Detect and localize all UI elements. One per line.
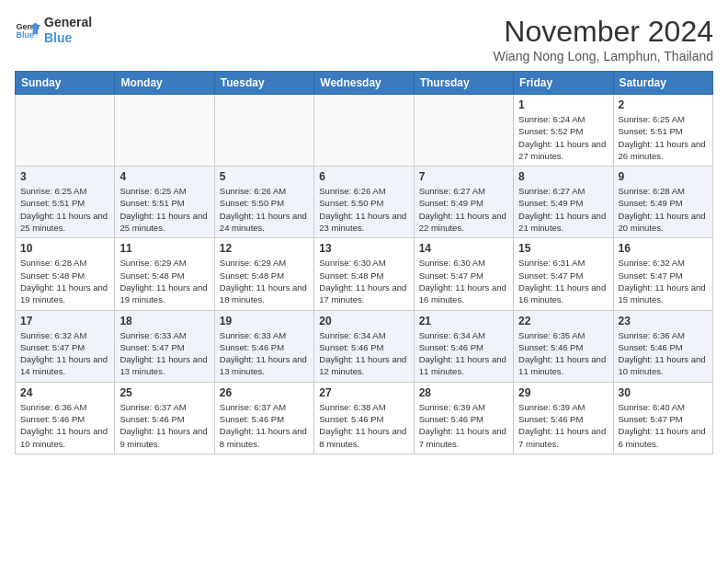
logo-icon: General Blue — [15, 17, 40, 43]
title-block: November 2024 Wiang Nong Long, Lamphun, … — [494, 15, 713, 63]
logo-text-general: General — [44, 15, 92, 30]
day-info: Sunrise: 6:37 AMSunset: 5:46 PMDaylight:… — [220, 401, 309, 450]
day-number: 29 — [518, 386, 608, 399]
day-number: 20 — [319, 315, 408, 327]
day-cell-9: 9 Sunrise: 6:28 AMSunset: 5:49 PMDayligh… — [613, 167, 712, 238]
day-cell-4: 4 Sunrise: 6:25 AMSunset: 5:51 PMDayligh… — [115, 167, 214, 238]
day-number: 1 — [518, 98, 608, 111]
day-number: 28 — [419, 386, 508, 399]
day-cell-21: 21 Sunrise: 6:34 AMSunset: 5:46 PMDaylig… — [414, 310, 513, 382]
day-cell-6: 6 Sunrise: 6:26 AMSunset: 5:50 PMDayligh… — [314, 167, 414, 238]
day-cell-29: 29 Sunrise: 6:39 AMSunset: 5:46 PMDaylig… — [514, 382, 613, 454]
calendar-week-4: 17 Sunrise: 6:32 AMSunset: 5:47 PMDaylig… — [16, 310, 713, 382]
empty-cell — [214, 95, 313, 167]
day-info: Sunrise: 6:32 AMSunset: 5:47 PMDaylight:… — [20, 329, 109, 378]
day-info: Sunrise: 6:37 AMSunset: 5:46 PMDaylight:… — [119, 401, 209, 450]
day-number: 11 — [119, 242, 209, 255]
day-number: 8 — [518, 170, 608, 183]
day-number: 14 — [419, 242, 508, 255]
day-info: Sunrise: 6:27 AMSunset: 5:49 PMDaylight:… — [518, 185, 608, 234]
day-number: 19 — [220, 315, 309, 327]
day-number: 2 — [619, 98, 708, 111]
day-cell-28: 28 Sunrise: 6:39 AMSunset: 5:46 PMDaylig… — [414, 382, 513, 454]
day-cell-3: 3 Sunrise: 6:25 AMSunset: 5:51 PMDayligh… — [16, 167, 115, 238]
logo-text-blue: Blue — [44, 30, 92, 46]
col-header-thursday: Thursday — [414, 72, 513, 95]
day-cell-14: 14 Sunrise: 6:30 AMSunset: 5:47 PMDaylig… — [414, 238, 513, 310]
day-info: Sunrise: 6:33 AMSunset: 5:47 PMDaylight:… — [119, 329, 209, 378]
page-header: General Blue General Blue November 2024 … — [15, 15, 713, 63]
day-cell-20: 20 Sunrise: 6:34 AMSunset: 5:46 PMDaylig… — [314, 310, 414, 382]
day-info: Sunrise: 6:29 AMSunset: 5:48 PMDaylight:… — [119, 257, 209, 305]
day-info: Sunrise: 6:25 AMSunset: 5:51 PMDaylight:… — [20, 185, 109, 234]
day-info: Sunrise: 6:30 AMSunset: 5:48 PMDaylight:… — [319, 257, 408, 305]
day-cell-23: 23 Sunrise: 6:36 AMSunset: 5:46 PMDaylig… — [613, 310, 712, 382]
calendar-week-2: 3 Sunrise: 6:25 AMSunset: 5:51 PMDayligh… — [16, 167, 713, 238]
day-info: Sunrise: 6:36 AMSunset: 5:46 PMDaylight:… — [619, 329, 708, 378]
day-cell-5: 5 Sunrise: 6:26 AMSunset: 5:50 PMDayligh… — [214, 167, 313, 238]
day-number: 27 — [319, 386, 408, 399]
calendar-week-3: 10 Sunrise: 6:28 AMSunset: 5:48 PMDaylig… — [16, 238, 713, 310]
empty-cell — [16, 95, 115, 167]
day-number: 21 — [419, 315, 508, 327]
location: Wiang Nong Long, Lamphun, Thailand — [494, 49, 713, 63]
day-cell-10: 10 Sunrise: 6:28 AMSunset: 5:48 PMDaylig… — [16, 238, 115, 310]
day-cell-30: 30 Sunrise: 6:40 AMSunset: 5:47 PMDaylig… — [613, 382, 712, 454]
day-info: Sunrise: 6:27 AMSunset: 5:49 PMDaylight:… — [419, 185, 508, 234]
day-number: 22 — [518, 315, 608, 327]
day-number: 9 — [619, 170, 708, 183]
day-number: 5 — [220, 170, 309, 183]
day-number: 25 — [119, 386, 209, 399]
day-info: Sunrise: 6:28 AMSunset: 5:49 PMDaylight:… — [619, 185, 708, 234]
day-info: Sunrise: 6:38 AMSunset: 5:46 PMDaylight:… — [319, 401, 408, 450]
col-header-monday: Monday — [115, 72, 214, 95]
col-header-friday: Friday — [514, 72, 613, 95]
day-number: 10 — [20, 242, 109, 255]
day-info: Sunrise: 6:39 AMSunset: 5:46 PMDaylight:… — [518, 401, 608, 450]
day-number: 7 — [419, 170, 508, 183]
day-cell-18: 18 Sunrise: 6:33 AMSunset: 5:47 PMDaylig… — [115, 310, 214, 382]
day-cell-15: 15 Sunrise: 6:31 AMSunset: 5:47 PMDaylig… — [514, 238, 613, 310]
calendar-table: SundayMondayTuesdayWednesdayThursdayFrid… — [15, 71, 713, 454]
empty-cell — [314, 95, 414, 167]
day-number: 24 — [20, 386, 109, 399]
empty-cell — [115, 95, 214, 167]
day-cell-7: 7 Sunrise: 6:27 AMSunset: 5:49 PMDayligh… — [414, 167, 513, 238]
col-header-wednesday: Wednesday — [314, 72, 414, 95]
day-info: Sunrise: 6:32 AMSunset: 5:47 PMDaylight:… — [619, 257, 708, 305]
day-cell-2: 2 Sunrise: 6:25 AMSunset: 5:51 PMDayligh… — [613, 95, 712, 167]
day-cell-12: 12 Sunrise: 6:29 AMSunset: 5:48 PMDaylig… — [214, 238, 313, 310]
day-info: Sunrise: 6:33 AMSunset: 5:46 PMDaylight:… — [220, 329, 309, 378]
day-info: Sunrise: 6:25 AMSunset: 5:51 PMDaylight:… — [619, 113, 708, 162]
day-cell-16: 16 Sunrise: 6:32 AMSunset: 5:47 PMDaylig… — [613, 238, 712, 310]
day-info: Sunrise: 6:34 AMSunset: 5:46 PMDaylight:… — [319, 329, 408, 378]
day-info: Sunrise: 6:26 AMSunset: 5:50 PMDaylight:… — [220, 185, 309, 234]
day-number: 18 — [119, 315, 209, 327]
day-cell-1: 1 Sunrise: 6:24 AMSunset: 5:52 PMDayligh… — [514, 95, 613, 167]
day-info: Sunrise: 6:25 AMSunset: 5:51 PMDaylight:… — [119, 185, 209, 234]
col-header-sunday: Sunday — [16, 72, 115, 95]
col-header-saturday: Saturday — [613, 72, 712, 95]
day-number: 26 — [220, 386, 309, 399]
calendar-week-5: 24 Sunrise: 6:36 AMSunset: 5:46 PMDaylig… — [16, 382, 713, 454]
svg-text:Blue: Blue — [16, 30, 34, 40]
calendar-header-row: SundayMondayTuesdayWednesdayThursdayFrid… — [16, 72, 713, 95]
day-number: 17 — [20, 315, 109, 327]
day-info: Sunrise: 6:29 AMSunset: 5:48 PMDaylight:… — [220, 257, 309, 305]
day-cell-26: 26 Sunrise: 6:37 AMSunset: 5:46 PMDaylig… — [214, 382, 313, 454]
day-info: Sunrise: 6:34 AMSunset: 5:46 PMDaylight:… — [419, 329, 508, 378]
day-number: 30 — [619, 386, 708, 399]
day-cell-19: 19 Sunrise: 6:33 AMSunset: 5:46 PMDaylig… — [214, 310, 313, 382]
day-number: 23 — [619, 315, 708, 327]
day-info: Sunrise: 6:24 AMSunset: 5:52 PMDaylight:… — [518, 113, 608, 162]
day-number: 6 — [319, 170, 408, 183]
month-title: November 2024 — [494, 15, 713, 49]
day-info: Sunrise: 6:36 AMSunset: 5:46 PMDaylight:… — [20, 401, 109, 450]
day-cell-27: 27 Sunrise: 6:38 AMSunset: 5:46 PMDaylig… — [314, 382, 414, 454]
day-info: Sunrise: 6:35 AMSunset: 5:46 PMDaylight:… — [518, 329, 608, 378]
day-number: 16 — [619, 242, 708, 255]
day-number: 15 — [518, 242, 608, 255]
col-header-tuesday: Tuesday — [214, 72, 313, 95]
day-info: Sunrise: 6:28 AMSunset: 5:48 PMDaylight:… — [20, 257, 109, 305]
day-info: Sunrise: 6:30 AMSunset: 5:47 PMDaylight:… — [419, 257, 508, 305]
